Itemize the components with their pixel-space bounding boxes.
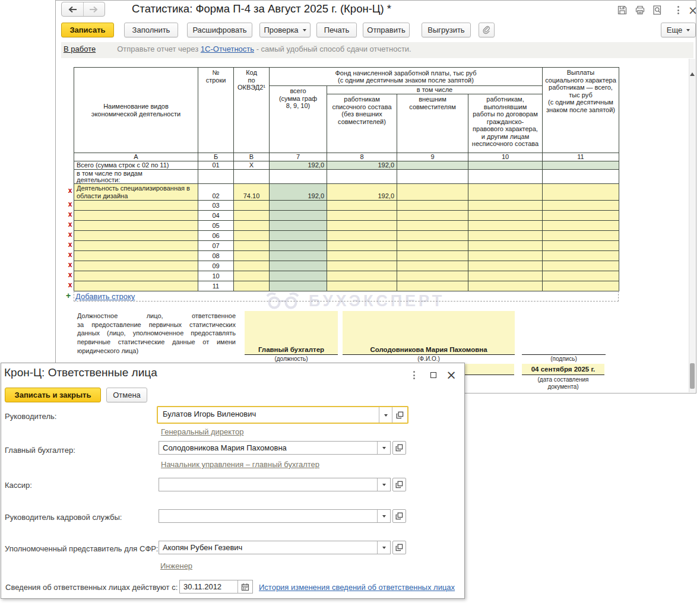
value-cell[interactable]: [543, 201, 619, 211]
value-cell[interactable]: [468, 251, 543, 261]
value-cell[interactable]: [397, 231, 468, 241]
value-cell[interactable]: [270, 261, 327, 271]
value-cell[interactable]: [270, 231, 327, 241]
delete-row-icon[interactable]: х: [66, 262, 74, 268]
activity-cell[interactable]: [74, 251, 198, 261]
delete-row-icon[interactable]: х: [66, 282, 74, 288]
window-close-icon[interactable]: ×: [687, 4, 699, 16]
history-link[interactable]: История изменения сведений об ответствен…: [259, 583, 455, 592]
manager-open-button[interactable]: [392, 407, 407, 423]
value-cell[interactable]: [543, 251, 619, 261]
delete-row-icon[interactable]: х: [66, 252, 74, 258]
send-button[interactable]: Отправить: [363, 23, 410, 37]
activity-cell[interactable]: [74, 261, 198, 271]
okved-cell[interactable]: [234, 281, 270, 291]
value-cell[interactable]: [468, 211, 543, 221]
total-cell-7[interactable]: 192,0: [270, 161, 327, 170]
okved-cell[interactable]: [234, 231, 270, 241]
accountant-dropdown-button[interactable]: [377, 442, 390, 454]
write-button[interactable]: Записать: [61, 23, 114, 37]
value-cell[interactable]: [327, 241, 397, 251]
activity-cell[interactable]: [74, 221, 198, 231]
okved-cell[interactable]: [234, 201, 270, 211]
fill-button[interactable]: Заполнить: [124, 23, 178, 37]
hr-dropdown-button[interactable]: [377, 510, 390, 522]
delete-row-icon[interactable]: х: [66, 211, 74, 218]
value-cell[interactable]: [543, 271, 619, 281]
value-cell[interactable]: [397, 241, 468, 251]
value-cell[interactable]: [327, 271, 397, 281]
save-icon[interactable]: [616, 4, 628, 16]
value-cell[interactable]: [543, 231, 619, 241]
sfr-dropdown-button[interactable]: [377, 541, 390, 554]
okved-cell[interactable]: [234, 261, 270, 271]
value-cell[interactable]: [397, 201, 468, 211]
manager-dropdown-button[interactable]: [379, 407, 392, 423]
value-cell[interactable]: [468, 261, 543, 271]
attachments-button[interactable]: [479, 23, 495, 37]
value-cell[interactable]: [270, 201, 327, 211]
more-button[interactable]: Еще: [661, 23, 696, 37]
value-cell[interactable]: [468, 271, 543, 281]
print-preview-icon[interactable]: [651, 4, 663, 16]
value-cell[interactable]: [543, 261, 619, 271]
delete-row-icon[interactable]: х: [66, 221, 74, 228]
add-row-link[interactable]: Добавить строку: [75, 292, 135, 301]
value-cell[interactable]: [468, 201, 543, 211]
value-cell[interactable]: [468, 241, 543, 251]
value-cell[interactable]: [397, 211, 468, 221]
delete-row-icon[interactable]: х: [66, 242, 74, 248]
value-cell[interactable]: [270, 271, 327, 281]
calendar-button[interactable]: [237, 580, 252, 593]
value-cell[interactable]: [327, 251, 397, 261]
value-cell[interactable]: [327, 201, 397, 211]
delete-row-icon[interactable]: х: [66, 231, 74, 238]
scroll-up-icon[interactable]: [690, 70, 695, 76]
value-cell[interactable]: [327, 261, 397, 271]
cashier-field[interactable]: [159, 478, 391, 491]
hr-field[interactable]: [159, 509, 391, 523]
print-icon[interactable]: [634, 4, 646, 16]
hr-open-button[interactable]: [392, 509, 406, 523]
decode-button[interactable]: Расшифровать: [187, 23, 252, 37]
accountant-open-button[interactable]: [392, 441, 406, 455]
cancel-button[interactable]: Отмена: [106, 388, 147, 402]
value-cell[interactable]: [270, 211, 327, 221]
value-cell[interactable]: [270, 221, 327, 231]
value-cell[interactable]: [543, 211, 619, 221]
dialog-close-icon[interactable]: ×: [445, 369, 457, 381]
value-cell[interactable]: [327, 221, 397, 231]
value-cell[interactable]: [543, 221, 619, 231]
value-cell[interactable]: [270, 281, 327, 291]
value-cell[interactable]: [327, 211, 397, 221]
accountant-field[interactable]: Солодовникова Мария Пахомовна: [159, 441, 391, 455]
window-menu-icon[interactable]: [672, 4, 684, 16]
value-cell[interactable]: [397, 281, 468, 291]
activity-cell[interactable]: [74, 201, 198, 211]
position-field[interactable]: Главный бухгалтер: [245, 311, 338, 355]
check-button[interactable]: Проверка: [259, 23, 311, 37]
activity-cell[interactable]: [74, 281, 198, 291]
activity-cell[interactable]: Деятельность специализированная в област…: [74, 184, 198, 201]
activity-cell[interactable]: [74, 241, 198, 251]
valid-from-field[interactable]: 30.11.2012: [179, 580, 253, 594]
cashier-open-button[interactable]: [392, 478, 406, 491]
okved-cell[interactable]: [234, 271, 270, 281]
cashier-dropdown-button[interactable]: [377, 478, 390, 491]
value-cell[interactable]: [397, 261, 468, 271]
delete-row-icon[interactable]: х: [66, 188, 74, 194]
value-cell[interactable]: [270, 251, 327, 261]
value-cell[interactable]: [397, 271, 468, 281]
manager-field[interactable]: Булатов Игорь Виленович: [157, 406, 408, 424]
sfr-field[interactable]: Акопян Рубен Гезевич: [159, 541, 391, 554]
value-cell[interactable]: [468, 221, 543, 231]
value-cell[interactable]: [543, 241, 619, 251]
status-state-link[interactable]: В работе: [64, 45, 96, 53]
value-cell[interactable]: [270, 241, 327, 251]
print-button[interactable]: Печать: [316, 23, 357, 37]
value-cell[interactable]: [543, 281, 619, 291]
okved-cell[interactable]: 74.10: [234, 184, 270, 201]
scrollbar-thumb[interactable]: [690, 363, 695, 389]
sfr-position-link[interactable]: Инженер: [160, 561, 192, 570]
delete-row-icon[interactable]: х: [66, 272, 74, 278]
